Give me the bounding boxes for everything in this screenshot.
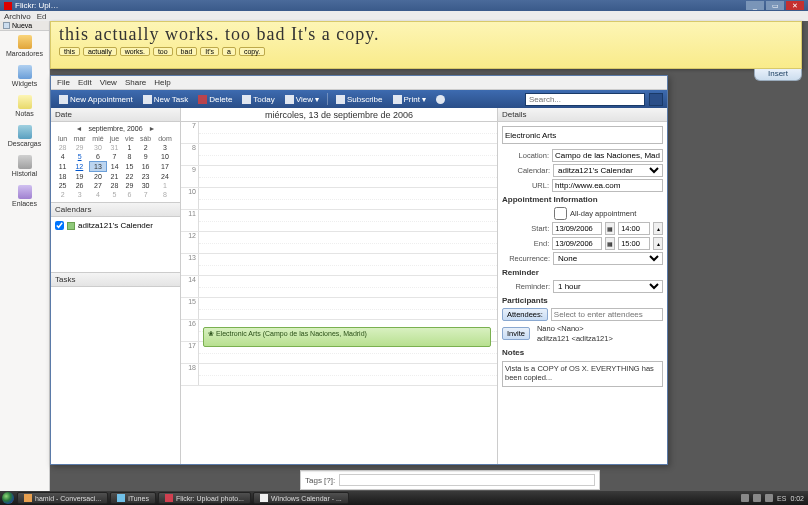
hour-cell[interactable] [199, 364, 497, 385]
hour-grid[interactable]: 789101112131415161718 ❀ Electronic Arts … [181, 122, 497, 464]
taskbar-item-flickr[interactable]: Flickr: Upload photo... [158, 492, 251, 504]
tray-icon-3[interactable] [765, 494, 773, 502]
hour-cell[interactable] [199, 144, 497, 165]
allday-checkbox[interactable] [554, 207, 567, 220]
calendar-select[interactable]: aditza121's Calendar [553, 164, 663, 177]
close-button[interactable]: ✕ [786, 1, 804, 10]
end-date-input[interactable] [552, 237, 602, 250]
clock[interactable]: 0:02 [790, 495, 804, 502]
notes-textarea[interactable]: Vista is a COPY of OS X. EVERYTHING has … [502, 361, 663, 387]
mini-day[interactable]: 18 [55, 172, 70, 182]
menu-edit[interactable]: Edit [78, 78, 92, 87]
mini-day[interactable]: 6 [89, 152, 107, 162]
opera-nueva-row[interactable]: Nueva [0, 21, 49, 31]
mini-day[interactable]: 5 [70, 152, 89, 162]
sticky-tag[interactable]: a [222, 47, 236, 56]
mini-day[interactable]: 22 [122, 172, 137, 182]
next-month-button[interactable]: ► [149, 125, 156, 132]
help-toolbar-button[interactable] [432, 92, 449, 106]
mini-day[interactable]: 12 [70, 162, 89, 172]
menu-view[interactable]: View [100, 78, 117, 87]
mini-day[interactable]: 26 [70, 181, 89, 190]
end-time-spin[interactable]: ▴ [653, 237, 663, 250]
mini-day[interactable]: 15 [122, 162, 137, 172]
start-date-input[interactable] [552, 222, 602, 235]
location-input[interactable] [552, 149, 663, 162]
start-date-picker[interactable]: ▦ [605, 222, 615, 235]
mini-day[interactable]: 11 [55, 162, 70, 172]
hour-row[interactable]: 8 [181, 144, 497, 166]
mini-day[interactable]: 21 [107, 172, 122, 182]
mini-day[interactable]: 23 [137, 172, 155, 182]
hour-cell[interactable] [199, 122, 497, 143]
mini-day[interactable]: 9 [137, 152, 155, 162]
maximize-button[interactable]: ▭ [766, 1, 784, 10]
mini-day[interactable]: 3 [155, 143, 176, 152]
attendees-button[interactable]: Attendees: [502, 308, 548, 321]
mini-day[interactable]: 7 [137, 190, 155, 199]
mini-day[interactable]: 29 [122, 181, 137, 190]
mini-day[interactable]: 3 [70, 190, 89, 199]
new-appointment-button[interactable]: New Appointment [55, 92, 137, 106]
calendar-checkbox[interactable] [55, 221, 64, 230]
hour-cell[interactable] [199, 298, 497, 319]
mini-day[interactable]: 5 [107, 190, 122, 199]
mini-day[interactable]: 28 [55, 143, 70, 152]
mini-day[interactable]: 8 [155, 190, 176, 199]
prev-month-button[interactable]: ◄ [76, 125, 83, 132]
mini-day[interactable]: 29 [70, 143, 89, 152]
sidebar-descargas[interactable]: Descargas [0, 121, 49, 151]
hour-row[interactable]: 14 [181, 276, 497, 298]
taskbar-item-itunes[interactable]: iTunes [110, 492, 156, 504]
url-input[interactable] [552, 179, 663, 192]
search-go-button[interactable] [649, 93, 663, 106]
mini-day[interactable]: 16 [137, 162, 155, 172]
view-button[interactable]: View ▾ [281, 92, 323, 106]
hour-cell[interactable] [199, 188, 497, 209]
hour-cell[interactable] [199, 210, 497, 231]
sidebar-notas[interactable]: Notas [0, 91, 49, 121]
hour-cell[interactable] [199, 254, 497, 275]
sticky-tag[interactable]: It's [200, 47, 219, 56]
menu-archivo[interactable]: Archivo [4, 12, 31, 21]
taskbar-item-calendar[interactable]: Windows Calendar - ... [253, 492, 349, 504]
hour-row[interactable]: 11 [181, 210, 497, 232]
end-date-picker[interactable]: ▦ [605, 237, 615, 250]
sticky-tag[interactable]: works. [120, 47, 150, 56]
attendees-input[interactable] [551, 308, 663, 321]
tags-input[interactable] [339, 474, 595, 486]
delete-button[interactable]: Delete [194, 92, 236, 106]
mini-day[interactable]: 1 [122, 143, 137, 152]
appointment-title-input[interactable] [502, 126, 663, 144]
subscribe-button[interactable]: Subscribe [332, 92, 387, 106]
search-input[interactable] [525, 93, 645, 106]
mini-day[interactable]: 19 [70, 172, 89, 182]
end-time-input[interactable] [618, 237, 650, 250]
mini-day[interactable]: 1 [155, 181, 176, 190]
calendar-list-item[interactable]: aditza121's Calender [51, 217, 180, 234]
menu-help[interactable]: Help [154, 78, 170, 87]
hour-cell[interactable] [199, 276, 497, 297]
sidebar-historial[interactable]: Historial [0, 151, 49, 181]
hour-row[interactable]: 15 [181, 298, 497, 320]
mini-day[interactable]: 13 [89, 162, 107, 172]
insert-button[interactable]: Insert [754, 69, 802, 81]
mini-day[interactable]: 25 [55, 181, 70, 190]
mini-day[interactable]: 2 [137, 143, 155, 152]
today-button[interactable]: Today [238, 92, 278, 106]
sticky-tag[interactable]: too [153, 47, 173, 56]
hour-row[interactable]: 12 [181, 232, 497, 254]
sidebar-enlaces[interactable]: Enlaces [0, 181, 49, 211]
mini-day[interactable]: 30 [89, 143, 107, 152]
tray-icon-2[interactable] [753, 494, 761, 502]
invite-button[interactable]: Invite [502, 327, 530, 340]
menu-ed[interactable]: Ed [37, 12, 47, 21]
hour-row[interactable]: 10 [181, 188, 497, 210]
reminder-select[interactable]: 1 hour [553, 280, 663, 293]
hour-row[interactable]: 18 [181, 364, 497, 386]
minimize-button[interactable]: _ [746, 1, 764, 10]
sticky-tag[interactable]: copy. [239, 47, 265, 56]
start-button[interactable] [0, 491, 16, 505]
taskbar-item-hamid[interactable]: hamid - Conversaci... [17, 492, 108, 504]
mini-day[interactable]: 4 [89, 190, 107, 199]
